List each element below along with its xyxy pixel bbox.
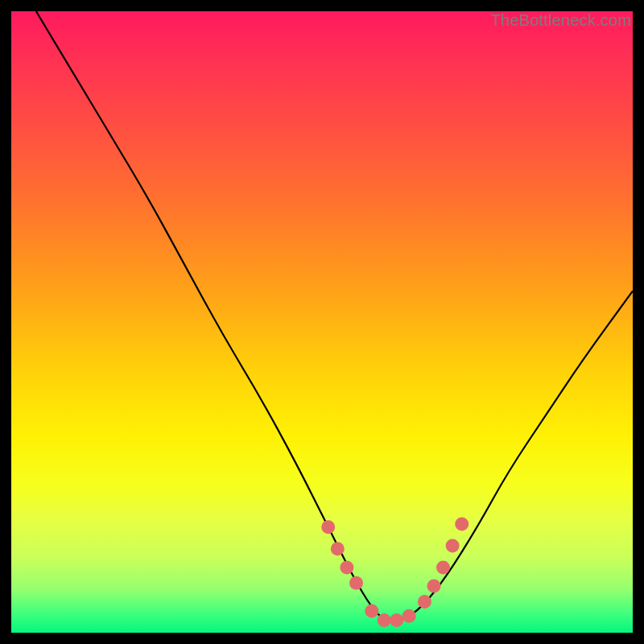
marker-dot xyxy=(427,580,441,593)
marker-dot xyxy=(321,520,335,534)
marker-dot xyxy=(402,609,416,623)
marker-dot xyxy=(390,613,403,627)
watermark-text: TheBottleneck.com xyxy=(490,11,631,30)
highlighted-points xyxy=(321,517,469,627)
marker-dot xyxy=(378,613,391,627)
marker-dot xyxy=(340,560,353,574)
marker-dot xyxy=(331,542,345,555)
marker-dot xyxy=(446,539,460,552)
marker-dot xyxy=(349,576,363,590)
marker-dot xyxy=(455,517,469,530)
chart-frame: TheBottleneck.com xyxy=(11,11,633,633)
marker-dot xyxy=(365,605,378,618)
chart-svg xyxy=(11,11,633,633)
marker-dot xyxy=(418,595,431,609)
marker-dot xyxy=(436,560,450,574)
